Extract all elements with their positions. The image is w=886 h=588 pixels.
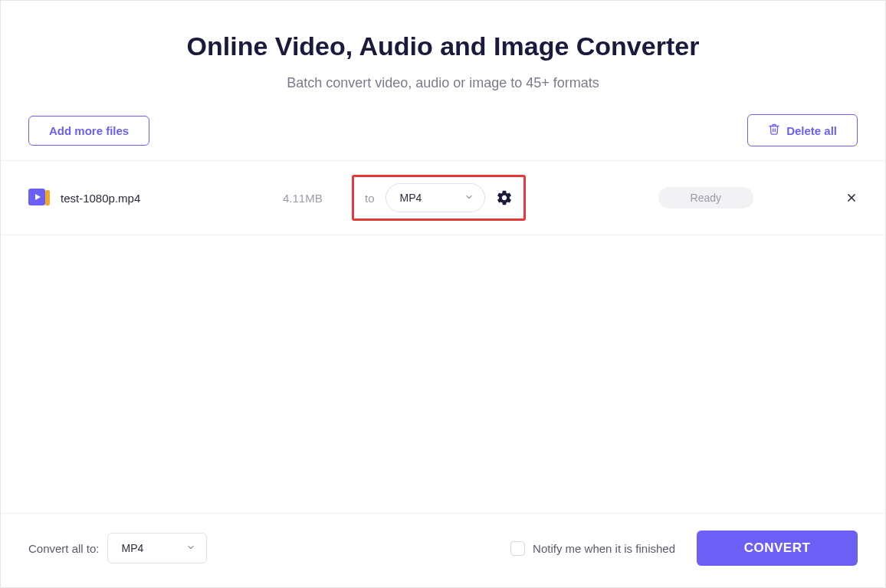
- delete-all-label: Delete all: [786, 124, 837, 137]
- video-file-icon: [28, 189, 51, 207]
- file-name: test-1080p.mp4: [61, 192, 283, 205]
- file-list: test-1080p.mp4 4.11MB to MP4 Ready: [1, 160, 885, 513]
- convert-all-format-value: MP4: [122, 542, 144, 554]
- output-format-value: MP4: [400, 192, 422, 204]
- remove-file-button[interactable]: [845, 192, 858, 204]
- to-label: to: [365, 192, 375, 205]
- delete-all-button[interactable]: Delete all: [747, 114, 858, 146]
- notify-option: Notify me when it is finished: [510, 541, 675, 556]
- page-subtitle: Batch convert video, audio or image to 4…: [16, 75, 870, 91]
- settings-icon[interactable]: [496, 189, 513, 206]
- file-status-area: Ready: [658, 187, 858, 209]
- add-more-files-button[interactable]: Add more files: [28, 116, 149, 146]
- toolbar: Add more files Delete all: [1, 114, 885, 160]
- notify-label: Notify me when it is finished: [533, 542, 675, 555]
- file-size: 4.11MB: [283, 192, 352, 205]
- notify-checkbox[interactable]: [510, 541, 525, 556]
- format-selection-highlight: to MP4: [352, 175, 526, 221]
- footer-bar: Convert all to: MP4 Notify me when it is…: [1, 513, 885, 587]
- file-row: test-1080p.mp4 4.11MB to MP4 Ready: [1, 161, 885, 235]
- status-badge: Ready: [658, 187, 753, 209]
- page-title: Online Video, Audio and Image Converter: [16, 31, 870, 61]
- convert-button[interactable]: CONVERT: [697, 531, 858, 566]
- trash-icon: [768, 123, 780, 138]
- convert-all-label: Convert all to:: [28, 542, 100, 555]
- convert-all-format-select[interactable]: MP4: [107, 533, 207, 563]
- chevron-down-icon: [186, 541, 195, 555]
- page-header: Online Video, Audio and Image Converter …: [1, 1, 885, 114]
- convert-button-label: CONVERT: [744, 540, 811, 555]
- add-more-files-label: Add more files: [49, 124, 129, 137]
- output-format-select[interactable]: MP4: [386, 183, 485, 212]
- chevron-down-icon: [464, 191, 474, 205]
